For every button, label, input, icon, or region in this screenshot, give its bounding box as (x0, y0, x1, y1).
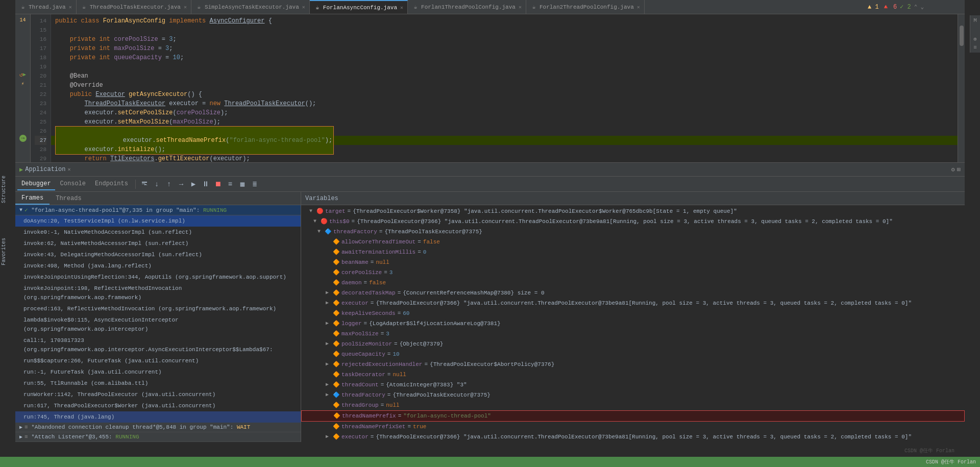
var-threadfactory[interactable]: ▼ 🔷 threadFactory = {ThreadPoolTaskExecu… (301, 227, 965, 237)
var-threadnameprefixset[interactable]: 🔶 threadNamePrefixSet = true (301, 422, 965, 432)
maven-label[interactable]: M (973, 17, 977, 23)
var-taskdecorator[interactable]: 🔶 taskDecorator = null (301, 370, 965, 380)
exl-arrow: ▶ (326, 432, 331, 441)
step-out-btn[interactable]: ↑ (163, 179, 175, 190)
tab-close-0[interactable]: ✕ (69, 4, 72, 10)
frame-4[interactable]: invoke:498, Method (java.lang.reflect) (15, 260, 301, 272)
frame-2[interactable]: invoke:62, NativeMethodAccessorImpl (sun… (15, 238, 301, 249)
ac-arrow (326, 237, 331, 247)
frame-1[interactable]: invoke0:-1, NativeMethodAccessorImpl (su… (15, 227, 301, 238)
frame-12[interactable]: run:55, TtlRunnable (com.alibaba.ttl) (15, 378, 301, 389)
editor-area: 14 ↺ ▶ ⚡ → 14 (15, 14, 965, 162)
ka-arrow (326, 309, 331, 318)
trace-btn[interactable]: ▦ (237, 179, 248, 190)
line-27-gutter: → (19, 134, 27, 142)
thread-3-header[interactable]: ▶ ≡ *Attach Listener*@3,455: RUNNING (15, 432, 301, 442)
tab-forlan2-java[interactable]: ☕ Forlan2ThreadPoolConfig.java ✕ (526, 0, 645, 14)
var-corepoolsize[interactable]: 🔶 corePoolSize = 3 (301, 267, 965, 278)
java-icon-3: ☕ (195, 4, 203, 11)
build-btn[interactable]: ⊕ (973, 36, 977, 42)
frame-9[interactable]: call:1, 1703817323 (org.springframework.… (15, 335, 301, 355)
var-executor-last[interactable]: ▶ 🔶 executor = {ThreadPoolExecutor@7366}… (301, 432, 965, 442)
var-target[interactable]: ▼ 🔴 target = {ThreadPoolExecutor$Worker@… (301, 206, 965, 216)
code-content[interactable]: public class ForlanAsyncConfig implement… (51, 14, 958, 162)
ex-arrow: ▶ (326, 299, 331, 308)
frame-13[interactable]: runWorker:1142, ThreadPoolExecutor (java… (15, 389, 301, 400)
this0-icon: 🔴 (321, 217, 328, 226)
frame-5[interactable]: invokeJoinpointUsingReflection:344, AopU… (15, 272, 301, 283)
editor-scrollbar[interactable] (958, 14, 965, 162)
right-tool-1[interactable]: ≡ (973, 44, 977, 51)
var-threadgroup[interactable]: 🔶 threadGroup = null (301, 400, 965, 410)
resume-btn[interactable]: ▶ (188, 179, 199, 190)
frame-15[interactable]: run:745, Thread (java.lang) (15, 411, 301, 423)
frame-14[interactable]: run:617, ThreadPoolExecutor$Worker (java… (15, 400, 301, 411)
tab-close-5[interactable]: ✕ (637, 4, 640, 10)
var-allowcore[interactable]: 🔶 allowCoreThreadTimeOut = false (301, 237, 965, 247)
tab-close-4[interactable]: ✕ (519, 4, 522, 10)
var-rejectedhandler[interactable]: ▶ 🔶 rejectedExecutionHandler = {ThreadPo… (301, 359, 965, 370)
code-line-15 (51, 26, 958, 35)
var-executor[interactable]: ▶ 🔶 executor = {ThreadPoolExecutor@7366}… (301, 298, 965, 308)
var-poolsizemonitor[interactable]: ▶ 🔶 poolSizeMonitor = {Object@7379} (301, 339, 965, 349)
warning-indicator: ▲ 1 (868, 4, 879, 11)
expand-btn[interactable]: ⌃ (914, 4, 918, 10)
console-tab[interactable]: Console (56, 178, 90, 190)
pause-btn[interactable]: ⏸ (200, 179, 211, 190)
thread-2-header[interactable]: ▶ ≡ *Abandoned connection cleanup thread… (15, 423, 301, 432)
frame-8[interactable]: lambda$invoke$0:115, AsyncExecutionInter… (15, 314, 301, 335)
frame-7[interactable]: proceed:163, ReflectiveMethodInvocation … (15, 303, 301, 314)
var-decoratedtaskmap[interactable]: ▶ 🔶 decoratedTaskMap = {ConcurrentRefere… (301, 288, 965, 298)
frame-11[interactable]: run:-1, FutureTask (java.util.concurrent… (15, 366, 301, 378)
target-icon: 🔴 (316, 207, 324, 216)
layout-icon[interactable]: ⊞ (957, 166, 961, 174)
settings-icon[interactable]: ⚙ (951, 166, 955, 174)
debugger-tab[interactable]: Debugger (17, 178, 55, 190)
step-into-btn[interactable]: ↓ (151, 179, 162, 190)
var-threadcount[interactable]: ▶ 🔶 threadCount = {AtomicInteger@7383} "… (301, 380, 965, 390)
var-queuecapacity[interactable]: 🔶 queueCapacity = 10 (301, 349, 965, 359)
frames-tab[interactable]: Frames (15, 192, 50, 205)
code-line-18: private int queueCapacity = 10; (51, 53, 958, 62)
tab-thread-java[interactable]: ☕ Thread.java ✕ (15, 0, 77, 14)
var-threadnameprefix[interactable]: 🔶 threadNamePrefix = "forlan-async-threa… (301, 410, 965, 422)
frame-6[interactable]: invokeJoinpoint:198, ReflectiveMethodInv… (15, 283, 301, 303)
variables-list[interactable]: ▼ 🔴 target = {ThreadPoolExecutor$Worker@… (301, 205, 965, 442)
tab-close-3[interactable]: ✕ (400, 5, 403, 11)
var-awaittermination[interactable]: 🔶 awaitTerminationMillis = 0 (301, 247, 965, 257)
collapse-btn[interactable]: ⌄ (920, 4, 924, 10)
tab-close-2[interactable]: ✕ (302, 4, 305, 10)
tab-simpleasync-java[interactable]: ☕ SimpleAsyncTaskExecutor.java ✕ (191, 0, 310, 14)
var-maxpoolsize[interactable]: 🔶 maxPoolSize = 3 (301, 329, 965, 339)
var-threadfactory-inner[interactable]: ▶ 🔷 threadFactory = {ThreadPoolTaskExecu… (301, 390, 965, 400)
reset-btn[interactable]: ≣ (249, 179, 260, 190)
var-keepalive[interactable]: 🔶 keepAliveSeconds = 60 (301, 308, 965, 318)
frame-0[interactable]: doAsync:20, TestServiceImpl (cn.lw.servi… (15, 215, 301, 227)
threads-tab[interactable]: Threads (50, 192, 87, 205)
run-to-cursor-btn[interactable]: → (176, 179, 187, 190)
var-logger[interactable]: ▶ 🔶 logger = {LogAdapter$Slf4jLocationAw… (301, 318, 965, 329)
tab-threadpool-java[interactable]: ☕ ThreadPoolTaskExecutor.java ✕ (77, 0, 191, 14)
thread-2-label: ≡ *Abandoned connection cleanup thread*@… (24, 424, 250, 430)
dtm-arrow: ▶ (326, 288, 331, 298)
scrollbar-thumb[interactable] (960, 26, 964, 46)
structure-label[interactable]: Structure (0, 174, 10, 205)
frames-list[interactable]: ▼ ✓ "forlan-async-thread-pool1"@7,335 in… (15, 205, 301, 442)
tab-forlan1-java[interactable]: ☕ Forlan1ThreadPoolConfig.java ✕ (408, 0, 526, 14)
thread-2-arrow: ▶ (19, 424, 22, 430)
favorites-label[interactable]: Favorites (0, 236, 10, 267)
tab-forlanasync-java[interactable]: ☕ ForlanAsyncConfig.java ✕ (310, 0, 408, 14)
endpoints-tab[interactable]: Endpoints (91, 178, 132, 190)
var-beanname[interactable]: 🔶 beanName = null (301, 257, 965, 267)
tab-close-1[interactable]: ✕ (184, 4, 187, 10)
line-numbers: 14 15 16 17 18 19 20 21 22 23 24 25 26 2… (31, 14, 51, 162)
stop-btn[interactable]: ⏹ (212, 179, 224, 190)
frame-3[interactable]: invoke:43, DelegatingMethodAccessorImpl … (15, 249, 301, 260)
evaluate-btn[interactable]: ≡ (225, 179, 236, 190)
debug-title-close[interactable]: ✕ (67, 166, 70, 173)
step-over-btn[interactable] (139, 179, 150, 190)
frame-10[interactable]: run$$$capture:266, FutureTask (java.util… (15, 355, 301, 366)
var-daemon[interactable]: 🔶 daemon = false (301, 278, 965, 288)
var-this0[interactable]: ▼ 🔴 this$0 = {ThreadPoolExecutor@7366} "… (301, 216, 965, 227)
thread-1-header[interactable]: ▼ ✓ "forlan-async-thread-pool1"@7,335 in… (15, 205, 301, 215)
